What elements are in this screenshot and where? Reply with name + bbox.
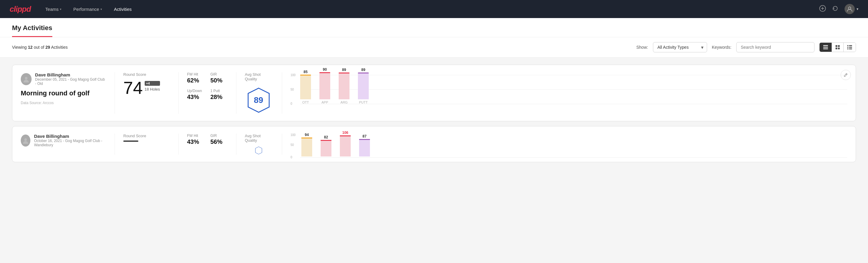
app-bar-top [319, 72, 330, 73]
card2-fw-hit-value: 43% [187, 139, 203, 145]
activity-type-select-wrapper[interactable]: All Activity Types [653, 42, 707, 52]
card2-col-app: 82 [320, 135, 332, 156]
card2-arg-bar [340, 136, 351, 156]
card2-gridline-0 [300, 157, 847, 158]
oneputt-value: 28% [211, 94, 227, 100]
card-round-score: Round Score 74 +4 18 Holes [115, 72, 169, 114]
card2-app-bar [320, 140, 332, 156]
card2-bar-chart: 0 50 100 94 82 [282, 134, 847, 155]
card2-score-label: Round Score [123, 134, 169, 138]
view-grid-button[interactable] [832, 43, 844, 52]
nav-activities[interactable]: Activities [109, 4, 136, 14]
svg-rect-12 [849, 45, 852, 46]
card2-col-ott: 94 [301, 133, 312, 156]
card2-quality-hexagon [245, 146, 272, 155]
viewing-total: 29 [45, 45, 50, 50]
arg-bar [339, 72, 349, 99]
updown-label: Up/Down [187, 89, 203, 93]
card2-gir-value: 56% [211, 139, 227, 145]
oneputt-label: 1 Putt [211, 89, 227, 93]
add-icon[interactable] [819, 5, 826, 13]
viewing-text: Viewing 12 out of 29 Activities [12, 45, 68, 50]
chart-col-app: 90 APP [319, 67, 330, 104]
page-title: My Activities [12, 18, 52, 37]
keywords-label: Keywords: [712, 45, 732, 50]
avatar [844, 4, 855, 14]
card2-ott-bar [301, 138, 312, 156]
user-date: December 05, 2021 - Gog Magog Golf Club … [35, 77, 105, 86]
svg-marker-21 [255, 147, 262, 154]
user-menu[interactable]: ▾ [844, 4, 858, 14]
quality-hexagon: 89 [245, 87, 272, 114]
show-label: Show: [637, 45, 648, 50]
card2-putt-bar [359, 139, 370, 156]
card2-user-info: Dave Billingham October 16, 2021 - Gog M… [21, 134, 105, 155]
user2-avatar [21, 135, 30, 147]
svg-rect-8 [838, 45, 840, 47]
view-list-detailed-button[interactable] [844, 43, 856, 52]
navbar: clippd Teams ▾ Performance ▾ Activities [0, 0, 868, 18]
viewing-count: 12 [28, 45, 33, 50]
app-logo[interactable]: clippd [10, 4, 31, 14]
round-score-label: Round Score [123, 72, 169, 77]
nav-teams[interactable]: Teams ▾ [40, 4, 66, 14]
card2-app-value: 82 [324, 135, 328, 139]
svg-point-3 [848, 7, 851, 9]
refresh-icon[interactable] [832, 5, 839, 13]
chart-col-arg: 89 ARG [339, 68, 349, 104]
ott-bar [300, 75, 311, 99]
gir-value: 50% [211, 77, 227, 84]
user-menu-chevron-icon: ▾ [857, 7, 858, 11]
fw-hit-value: 62% [187, 77, 203, 84]
svg-rect-7 [836, 45, 837, 47]
card2-arg-value: 106 [342, 130, 348, 135]
card2-col-putt: 87 [359, 134, 370, 156]
card2-gir-label: GIR [211, 134, 227, 138]
score-holes: 18 Holes [145, 87, 160, 91]
putt-bar [358, 72, 369, 99]
data-source: Data Source: Arccos [21, 101, 105, 105]
arg-value: 89 [342, 68, 346, 72]
activity-card-2: Dave Billingham October 16, 2021 - Gog M… [12, 126, 856, 162]
chart-y-50: 50 [290, 88, 294, 91]
card-stats: FW Hit 62% GIR 50% Up/Down 43% 1 Putt 28… [178, 72, 226, 114]
svg-rect-15 [847, 49, 848, 49]
card2-y-0: 0 [290, 155, 292, 159]
activity-type-select[interactable]: All Activity Types [653, 42, 707, 52]
user-avatar [21, 73, 32, 85]
card2-score-bar [123, 141, 138, 142]
score-value: 74 [123, 79, 143, 96]
card2-avg-shot-quality: Avg Shot Quality [236, 134, 272, 155]
chart-container: 0 50 100 85 OTT 90 [290, 72, 847, 111]
chart-y-100: 100 [290, 74, 296, 77]
card2-putt-value: 87 [363, 134, 366, 139]
svg-rect-10 [838, 48, 840, 49]
ott-value: 85 [304, 70, 307, 74]
chart-col-putt: 89 PUTT [358, 68, 369, 104]
card2-avg-shot-quality-label: Avg Shot Quality [245, 134, 272, 143]
card2-fw-hit-label: FW Hit [187, 134, 203, 138]
svg-rect-16 [849, 49, 852, 49]
user2-name: Dave Billingham [34, 134, 105, 139]
view-list-compact-button[interactable] [819, 43, 832, 52]
chart-y-0: 0 [290, 102, 292, 105]
app-value: 90 [323, 67, 327, 71]
svg-rect-13 [847, 47, 848, 48]
performance-chevron-icon: ▾ [100, 7, 102, 11]
svg-rect-11 [847, 45, 848, 46]
ott-bar-top [300, 75, 311, 76]
quality-value: 89 [254, 95, 263, 105]
user2-date: October 16, 2021 - Gog Magog Golf Club -… [34, 139, 105, 147]
chart-gridline-50 [300, 89, 847, 90]
search-input[interactable] [736, 42, 814, 52]
fw-hit-label: FW Hit [187, 72, 203, 77]
card2-ott-top [301, 138, 312, 139]
svg-rect-9 [836, 48, 837, 49]
card2-y-50: 50 [290, 143, 294, 147]
card2-y-100: 100 [290, 133, 296, 137]
toolbar: Viewing 12 out of 29 Activities Show: Al… [0, 37, 868, 57]
card2-ott-value: 94 [305, 133, 309, 137]
card2-col-arg: 106 [340, 130, 351, 156]
nav-performance[interactable]: Performance ▾ [69, 4, 107, 14]
card-avg-shot-quality: Avg Shot Quality 89 [236, 72, 272, 114]
